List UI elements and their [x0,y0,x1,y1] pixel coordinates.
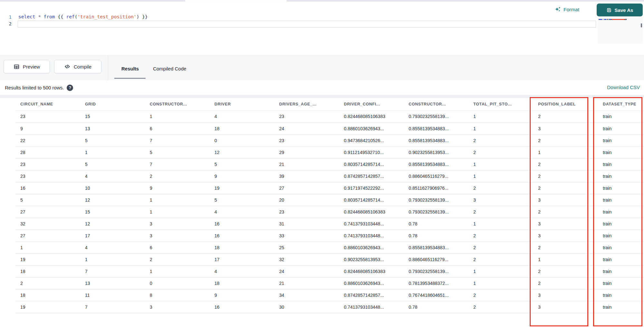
table-cell: 0.7930232558139... [404,206,469,218]
table-cell: 3 [533,194,598,206]
table-cell: 0.7930232558139... [404,265,469,277]
table-cell: 39 [274,170,339,182]
table-cell: 3 [145,230,210,241]
table-cell: 23 [274,134,339,146]
table-cell: 0.8860103626943... [339,123,404,134]
tab-results[interactable]: Results [121,56,139,81]
table-cell: 1 [145,206,210,218]
table-cell: 33 [274,230,339,241]
editor-scrollbar-thumb[interactable] [641,23,642,27]
table-cell: 17 [80,230,145,241]
table-cell: 21 [274,277,339,289]
table-cell: 3 [533,230,598,241]
table-cell: 25 [274,241,339,253]
table-cell: 1 [145,194,210,206]
table-cell: 6 [145,241,210,253]
table-cell: 0.7413793103448... [339,301,404,313]
table-cell: 2 [533,265,598,277]
table-row: 191217320.9023255813953...0.886046511627… [15,253,644,265]
table-row: 14618250.8860103626943...0.8558139534883… [15,241,644,253]
help-icon[interactable]: ? [67,85,73,91]
table-cell: 0.78 [404,301,469,313]
results-tabs: Results Compiled Code [121,56,186,81]
table-cell: 3 [533,218,598,230]
table-cell: 0.824468085106383 [339,206,404,218]
table-cell: 0.824468085106383 [339,111,404,123]
line-number: 2 [5,21,12,26]
sql-editor[interactable]: 1 2 select * from {{ ref('train_test_pos… [0,2,644,55]
table-cell: 20 [274,194,339,206]
table-cell: 2 [533,170,598,182]
editor-minimap[interactable] [598,18,643,43]
tab-compiled-code[interactable]: Compiled Code [153,56,186,81]
table-cell: 1 [469,277,533,289]
table-cell: 17 [210,253,274,265]
preview-label: Preview [23,64,40,69]
table-cell: 32 [15,218,80,230]
save-as-label: Save As [615,7,633,13]
table-cell: 7 [145,158,210,170]
table-cell: 5 [145,146,210,158]
table-cell: train [598,111,644,123]
table-cell: 12 [80,194,145,206]
table-cell: 3 [533,301,598,313]
column-header: CONSTRUCTOR... [145,98,210,111]
table-cell: train [598,301,644,313]
table-cell: 0.9171974522292... [339,182,404,194]
table-cell: 23 [15,158,80,170]
table-cell: 4 [210,206,274,218]
format-button[interactable]: Format [554,5,579,14]
table-cell: 13 [80,123,145,134]
table-row: 913618240.8860103626943...0.855813953488… [15,123,644,134]
table-cell: 15 [80,111,145,123]
preview-button[interactable]: Preview [4,60,50,73]
results-toolbar: Preview Compile Results Compiled Code [0,55,644,80]
table-cell: 31 [274,218,339,230]
column-header: DRIVERS_AGE_... [274,98,339,111]
table-cell: 0 [210,134,274,146]
table-cell: 2 [469,301,533,313]
table-cell: 3 [469,194,533,206]
table-cell: 4 [210,265,274,277]
table-cell: 0.78 [404,230,469,241]
table-row: 231514230.8244680851063830.7930232558139… [15,111,644,123]
table-cell: 18 [210,241,274,253]
download-csv-link[interactable]: Download CSV [607,85,640,90]
table-cell: 23 [274,111,339,123]
table-cell: 2 [469,206,533,218]
table-cell: train [598,206,644,218]
table-cell: 12 [210,146,274,158]
line-number: 1 [5,14,12,20]
table-cell: 2 [145,253,210,265]
table-cell: 8 [145,289,210,301]
table-cell: 0.9023255813953... [339,253,404,265]
table-cell: 0.8558139534883... [404,241,469,253]
table-cell: 0.7413793103448... [339,218,404,230]
compile-button[interactable]: Compile [54,60,101,73]
table-cell: 23 [15,170,80,182]
table-cell: 28 [15,146,80,158]
table-cell: 4 [80,241,145,253]
table-cell: train [598,289,644,301]
column-header: GRID [80,98,145,111]
table-cell: 32 [274,253,339,265]
table-cell: 0.7813953488372... [404,277,469,289]
table-cell: train [598,253,644,265]
table-cell: 0.7674418604651... [404,289,469,301]
sparkles-icon [554,6,561,13]
table-cell: 1 [145,111,210,123]
table-cell: 7 [145,134,210,146]
table-row: 18714240.8244680851063830.7930232558139.… [15,265,644,277]
table-cell: 2 [469,182,533,194]
table-row: 23429390.8742857142857...0.8860465116279… [15,170,644,182]
save-as-button[interactable]: Save As [597,4,643,16]
table-cell: 27 [15,230,80,241]
table-cell: 0.8742857142857... [339,289,404,301]
table-cell: 1 [469,170,533,182]
table-icon [14,64,20,70]
table-cell: 0.8860465116279... [404,170,469,182]
table-cell: 0.824468085106383 [339,265,404,277]
table-cell: 5 [210,158,274,170]
table-cell: 1 [469,123,533,134]
sql-code-line[interactable]: select * from {{ ref('train_test_positio… [18,14,148,19]
